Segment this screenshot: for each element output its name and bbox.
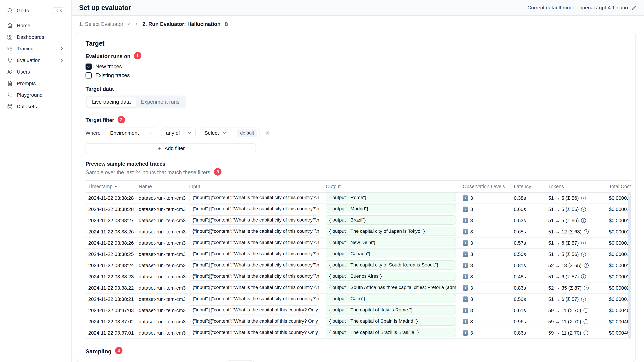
info-circle-icon[interactable]: i xyxy=(584,319,588,324)
table-row[interactable]: 2024-11-22 03:38:27 dataset-run-item-cm3… xyxy=(86,215,631,226)
table-row[interactable]: 2024-11-22 03:38:22 dataset-run-item-cm3… xyxy=(86,283,631,294)
main-area: Set up evaluator Current default model: … xyxy=(72,0,644,362)
col-name[interactable]: Name xyxy=(136,184,186,189)
input-json-pill[interactable]: {"input":[{"content":"What is the capita… xyxy=(189,283,319,292)
info-circle-icon[interactable]: i xyxy=(581,196,586,200)
col-timestamp[interactable]: Timestamp▼ xyxy=(86,184,136,189)
input-json-pill[interactable]: {"input":[{"content":"What is the capita… xyxy=(189,215,319,225)
checkbox-existing-traces[interactable]: Existing traces xyxy=(86,72,631,78)
input-json-pill[interactable]: {"input":[{"content":"What is the capita… xyxy=(189,193,319,202)
output-json-pill[interactable]: {"output":"Cairo"} xyxy=(326,294,456,303)
tab-experiment-runs[interactable]: Experiment runs xyxy=(136,97,184,107)
filter-operator-select[interactable]: any of xyxy=(162,127,196,138)
tab-live-tracing-data[interactable]: Live tracing data xyxy=(87,97,136,107)
output-json-pill[interactable]: {"output":"Madrid"} xyxy=(326,204,456,213)
cell-timestamp: 2024-11-22 03:38:21 xyxy=(86,297,136,302)
input-json-pill[interactable]: {"input":[{"content":"What is the capita… xyxy=(189,328,319,337)
filter-value-chip[interactable]: default xyxy=(237,129,257,137)
input-json-pill[interactable]: {"input":[{"content":"What is the capita… xyxy=(189,249,319,258)
sidebar-item-users[interactable]: Users xyxy=(4,66,68,78)
info-circle-icon[interactable]: i xyxy=(581,297,586,302)
table-row[interactable]: 2024-11-22 03:38:24 dataset-run-item-cm3… xyxy=(86,260,631,271)
input-json-pill[interactable]: {"input":[{"content":"What is the capita… xyxy=(189,238,319,247)
col-latency[interactable]: Latency xyxy=(511,184,546,189)
input-json-pill[interactable]: {"input":[{"content":"What is the capita… xyxy=(189,260,319,270)
filter-column-select[interactable]: Environment xyxy=(106,127,157,138)
add-filter-button[interactable]: Add filter xyxy=(86,143,256,153)
table-row[interactable]: 2024-11-22 03:37:01 dataset-run-item-cm3… xyxy=(86,328,631,339)
col-input[interactable]: Input xyxy=(186,184,323,189)
cell-timestamp: 2024-11-22 03:38:22 xyxy=(86,285,136,291)
col-tokens[interactable]: Tokens xyxy=(546,184,606,189)
output-json-pill[interactable]: {"output":"Brazil"} xyxy=(326,215,456,225)
info-circle-icon[interactable]: i xyxy=(584,331,588,335)
sidebar-item-datasets[interactable]: Datasets xyxy=(4,101,68,112)
preview-subtitle: Sample over the last 24 hours that match… xyxy=(86,169,210,176)
sidebar-item-evaluation[interactable]: Evaluation xyxy=(4,54,68,66)
output-json-pill[interactable]: {"output":"The capital of Spain is Madri… xyxy=(326,317,456,326)
input-json-pill[interactable]: {"input":[{"content":"What is the capita… xyxy=(189,305,319,315)
info-circle-icon[interactable]: i xyxy=(584,286,589,290)
table-row[interactable]: 2024-11-22 03:38:26 dataset-run-item-cm3… xyxy=(86,238,631,249)
output-json-pill[interactable]: {"output":"The capital city of Japan is … xyxy=(326,227,456,236)
info-circle-icon[interactable]: i xyxy=(584,229,589,234)
checkbox-new-traces[interactable]: New traces xyxy=(86,63,631,70)
output-json-pill[interactable]: {"output":"New Delhi"} xyxy=(326,238,456,247)
col-output[interactable]: Output xyxy=(323,184,460,189)
input-json-pill[interactable]: {"input":[{"content":"What is the capita… xyxy=(189,204,319,213)
info-circle-icon[interactable]: i xyxy=(581,218,586,223)
info-circle-icon[interactable]: i xyxy=(581,241,586,245)
cell-timestamp: 2024-11-22 03:38:24 xyxy=(86,263,136,268)
input-json-pill[interactable]: {"input":[{"content":"What is the capita… xyxy=(189,294,319,303)
checkbox-unchecked-icon[interactable] xyxy=(86,72,92,78)
info-circle-icon[interactable]: i xyxy=(584,308,588,313)
cell-timestamp: 2024-11-22 03:38:26 xyxy=(86,229,136,235)
cell-name: dataset-run-item-cm3s4 xyxy=(136,229,186,235)
output-json-pill[interactable]: {"output":"Rome"} xyxy=(326,193,456,202)
table-row[interactable]: 2024-11-22 03:38:23 dataset-run-item-cm3… xyxy=(86,271,631,283)
col-total-cost[interactable]: Total Cost xyxy=(606,184,631,189)
info-square-icon: i xyxy=(463,330,468,336)
info-circle-icon[interactable]: i xyxy=(581,274,586,279)
output-json-pill[interactable]: {"output":"The capital of Italy is Rome.… xyxy=(326,305,456,315)
info-circle-icon[interactable]: i xyxy=(581,252,586,257)
output-json-pill[interactable]: {"output":"The capital city of South Kor… xyxy=(326,260,456,270)
table-row[interactable]: 2024-11-22 03:38:28 dataset-run-item-cm3… xyxy=(86,193,631,204)
breadcrumb-step1[interactable]: 1. Select Evaluator xyxy=(79,21,130,27)
table-row[interactable]: 2024-11-22 03:38:28 dataset-run-item-cm3… xyxy=(86,204,631,215)
input-json-pill[interactable]: {"input":[{"content":"What is the capita… xyxy=(189,272,319,281)
remove-filter-button[interactable] xyxy=(264,130,270,136)
table-row[interactable]: 2024-11-22 03:38:21 dataset-run-item-cm3… xyxy=(86,294,631,305)
info-circle-icon[interactable]: i xyxy=(584,263,589,268)
input-json-pill[interactable]: {"input":[{"content":"What is the capita… xyxy=(189,227,319,236)
output-json-pill[interactable]: {"output":"South Africa has three capita… xyxy=(326,283,456,292)
output-json-pill[interactable]: {"output":"Buenos Aires"} xyxy=(326,272,456,281)
table-row[interactable]: 2024-11-22 03:38:26 dataset-run-item-cm3… xyxy=(86,226,631,238)
filter-value-select[interactable]: Select default xyxy=(200,127,259,138)
table-scrollbar[interactable] xyxy=(628,193,631,339)
output-json-pill[interactable]: {"output":"Canada"} xyxy=(326,249,456,258)
sidebar-item-tracing[interactable]: Tracing xyxy=(4,43,68,54)
sidebar-item-playground[interactable]: Playground xyxy=(4,89,68,101)
sidebar-item-home[interactable]: Home xyxy=(4,20,68,31)
info-circle-icon[interactable]: i xyxy=(581,207,586,212)
table-row[interactable]: 2024-11-22 03:37:03 dataset-run-item-cm3… xyxy=(86,305,631,316)
cell-output: {"output":"South Africa has three capita… xyxy=(323,283,460,293)
col-observation-levels[interactable]: Observation Levels xyxy=(460,184,511,189)
cell-observation-levels: i3 xyxy=(460,308,511,313)
sidebar-item-prompts[interactable]: Prompts xyxy=(4,78,68,89)
sidebar-item-dashboards[interactable]: Dashboards xyxy=(4,31,68,43)
cell-timestamp: 2024-11-22 03:38:23 xyxy=(86,274,136,280)
sampling-percent-input[interactable] xyxy=(226,361,254,362)
close-icon xyxy=(264,130,270,136)
info-square-icon: i xyxy=(463,285,468,291)
table-row[interactable]: 2024-11-22 03:38:25 dataset-run-item-cm3… xyxy=(86,249,631,260)
checkbox-checked-icon[interactable] xyxy=(86,63,92,70)
goto-search[interactable]: Go to... ⌘ K xyxy=(4,5,68,16)
table-row[interactable]: 2024-11-22 03:37:02 dataset-run-item-cm3… xyxy=(86,316,631,328)
input-json-pill[interactable]: {"input":[{"content":"What is the capita… xyxy=(189,317,319,326)
output-json-pill[interactable]: {"output":"The capital of Brazil is Bras… xyxy=(326,328,456,337)
step-badge-4: 4 xyxy=(115,347,122,354)
edit-pencil-icon[interactable] xyxy=(631,5,636,10)
cell-timestamp: 2024-11-22 03:38:28 xyxy=(86,195,136,201)
